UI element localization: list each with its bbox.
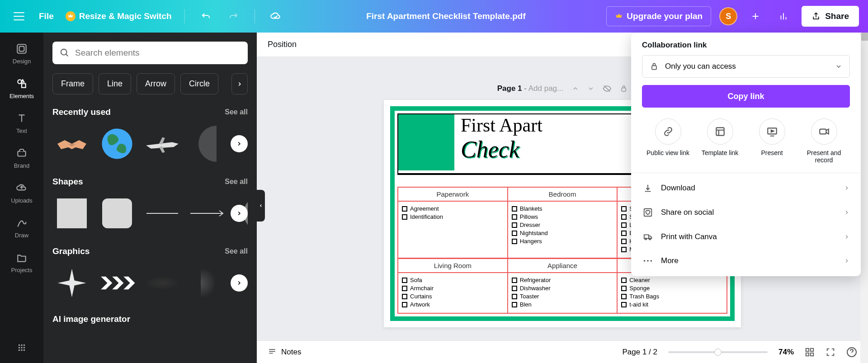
element-handshake[interactable] (52, 124, 91, 163)
analytics-button[interactable] (774, 6, 793, 26)
download-icon (643, 183, 653, 193)
share-button[interactable]: Share (802, 6, 859, 27)
graphic-blur-oval[interactable] (143, 264, 182, 302)
svg-point-9 (21, 347, 23, 349)
search-elements-input[interactable] (52, 42, 248, 64)
add-page-title[interactable]: Add pag... (528, 84, 564, 93)
upgrade-plan-button[interactable]: Upgrade your plan (606, 6, 711, 26)
copy-link-button[interactable]: Copy link (642, 85, 850, 108)
search-icon (60, 48, 70, 58)
chevron-down-icon (835, 63, 842, 70)
more-row[interactable]: More (642, 249, 850, 273)
rail-brand[interactable]: Brand (0, 141, 43, 175)
shape-square[interactable] (52, 194, 91, 233)
checkbox-icon (512, 294, 517, 299)
checklist-item-label: Sponge (629, 285, 650, 292)
help-icon[interactable] (846, 347, 857, 358)
chip-arrow[interactable]: Arrow (137, 73, 175, 94)
graphic-chevrons[interactable] (98, 264, 137, 302)
checkbox-icon (621, 222, 627, 228)
present-record-option[interactable]: Present and record (802, 118, 847, 164)
template-link-option[interactable]: Template link (698, 118, 743, 164)
panel-collapse-tab[interactable] (257, 190, 265, 222)
add-collaborator-button[interactable] (745, 6, 765, 26)
element-globe[interactable] (98, 124, 137, 163)
share-social-row[interactable]: Share on social (642, 200, 850, 225)
redo-button[interactable] (224, 6, 244, 26)
shape-line[interactable] (143, 194, 182, 233)
user-avatar[interactable]: S (719, 7, 737, 25)
rail-apps[interactable] (0, 335, 43, 363)
chevron-right-icon (844, 234, 850, 240)
file-menu[interactable]: File (37, 8, 56, 25)
column-header: Living Room (398, 259, 508, 273)
present-option[interactable]: Present (750, 118, 795, 164)
chip-circle[interactable]: Circle (180, 73, 218, 94)
shape-rounded-square[interactable] (98, 194, 137, 233)
rail-text[interactable]: Text (0, 106, 43, 141)
checkbox-icon (621, 278, 627, 283)
checklist-item: Refrigerator (512, 277, 613, 283)
checkbox-icon (402, 294, 407, 299)
thumbs-scroll-right[interactable] (231, 274, 248, 292)
thumbs-scroll-right[interactable] (231, 205, 248, 222)
shape-arrow-line[interactable] (188, 194, 227, 233)
checkbox-icon (402, 214, 407, 220)
resize-magic-switch[interactable]: Resize & Magic Switch (64, 8, 174, 25)
hamburger-menu[interactable] (9, 6, 29, 26)
section-recently-used: Recently usedSee all (52, 107, 248, 164)
checkbox-icon (621, 231, 627, 236)
checklist-item: Dresser (512, 222, 613, 228)
graphic-partial[interactable] (188, 264, 227, 302)
rail-draw[interactable]: Draw (0, 210, 43, 245)
document-title[interactable]: First Apartment Checklist Template.pdf (294, 11, 599, 21)
svg-rect-1 (19, 47, 24, 52)
chips-scroll-right[interactable] (231, 73, 248, 94)
rail-design[interactable]: Design (0, 36, 43, 71)
rail-uploads[interactable]: Uploads (0, 175, 43, 210)
thumbs-scroll-right[interactable] (231, 135, 248, 152)
checklist-item-label: Sofa (410, 277, 422, 283)
window-scrollbar[interactable] (860, 33, 868, 363)
svg-rect-16 (622, 88, 626, 92)
page-indicator[interactable]: Page 1 / 2 (622, 348, 657, 357)
section-title: Graphics (52, 246, 90, 256)
page-up-icon[interactable] (571, 85, 579, 92)
public-view-link-option[interactable]: Public view link (646, 118, 691, 164)
cloud-sync-icon[interactable] (266, 6, 286, 26)
checkbox-icon (512, 278, 517, 283)
graphic-sparkle[interactable] (52, 264, 91, 302)
access-dropdown[interactable]: Only you can access (642, 55, 850, 78)
see-all-link[interactable]: See all (225, 247, 248, 255)
rail-elements[interactable]: Elements (0, 71, 43, 106)
see-all-link[interactable]: See all (225, 178, 248, 186)
visibility-icon[interactable] (602, 84, 611, 93)
checkbox-icon (621, 294, 627, 299)
undo-button[interactable] (196, 6, 216, 26)
print-canva-row[interactable]: Print with Canva (642, 225, 850, 249)
svg-point-5 (19, 344, 20, 346)
chip-frame[interactable]: Frame (52, 73, 93, 94)
notes-button[interactable]: Notes (268, 348, 301, 357)
checkbox-icon (402, 286, 407, 291)
rail-projects[interactable]: Projects (0, 245, 43, 280)
fullscreen-icon[interactable] (826, 347, 835, 357)
lock-icon[interactable] (619, 85, 627, 93)
checkbox-icon (512, 286, 517, 291)
doc-main-title: First Apart (461, 114, 542, 136)
zoom-percent[interactable]: 74% (778, 348, 794, 357)
svg-point-27 (644, 260, 646, 262)
checkbox-icon (621, 206, 627, 212)
grid-view-icon[interactable] (805, 347, 815, 357)
chip-line[interactable]: Line (99, 73, 131, 94)
column-body: SofaArmchairCurtainsArtwork (398, 273, 508, 313)
zoom-slider[interactable] (668, 351, 768, 353)
search-field[interactable] (75, 48, 241, 58)
svg-point-11 (19, 349, 20, 351)
position-button[interactable]: Position (268, 40, 297, 49)
element-airplane[interactable] (143, 124, 182, 163)
download-row[interactable]: Download (642, 176, 850, 200)
element-partial[interactable] (188, 124, 227, 163)
page-down-icon[interactable] (587, 85, 594, 92)
see-all-link[interactable]: See all (225, 108, 248, 116)
